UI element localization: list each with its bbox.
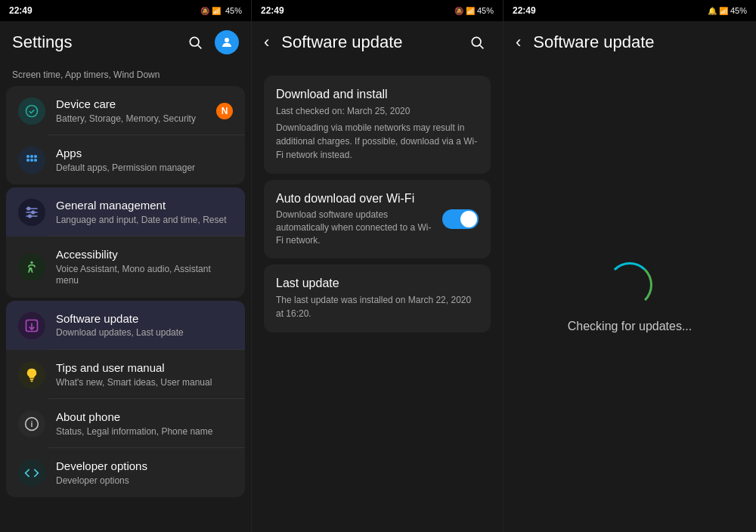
auto-download-desc: Download software updates automatically …	[276, 209, 433, 246]
settings-item-software-update[interactable]: Software update Download updates, Last u…	[6, 301, 245, 350]
software-subtitle: Download updates, Last update	[56, 327, 233, 339]
back-button-3[interactable]: ‹	[516, 32, 521, 52]
svg-point-5	[30, 155, 33, 158]
settings-header: Settings	[0, 21, 251, 63]
about-icon: i	[18, 410, 45, 438]
avatar[interactable]	[215, 30, 239, 54]
toggle-knob	[460, 211, 477, 227]
checking-header: ‹ Software update	[503, 21, 756, 63]
checking-title: Software update	[533, 32, 744, 52]
download-desc2: Downloading via mobile networks may resu…	[276, 121, 479, 162]
developer-subtitle: Developer options	[56, 475, 233, 487]
settings-item-general[interactable]: General management Language and input, D…	[6, 187, 245, 237]
svg-point-2	[225, 38, 229, 42]
tips-icon	[18, 361, 45, 388]
svg-point-0	[190, 37, 199, 46]
last-update-title: Last update	[276, 277, 479, 290]
auto-download-title: Auto download over Wi-Fi	[276, 192, 433, 206]
software-update-panel: 22:49 🔕 📶 45% ‹ Software update Download…	[252, 0, 503, 532]
accessibility-subtitle: Voice Assistant, Mono audio, Assistant m…	[56, 264, 233, 287]
battery-text-1: 45%	[225, 6, 242, 15]
settings-item-accessibility[interactable]: Accessibility Voice Assistant, Mono audi…	[6, 237, 245, 298]
status-bar-1: 22:49 🔕 📶 45%	[0, 0, 251, 21]
apps-icon	[18, 147, 45, 174]
section-hint: Screen time, App timers, Wind Down	[0, 63, 251, 83]
last-update-section: Last update The last update was installe…	[264, 264, 491, 332]
svg-point-4	[26, 155, 29, 158]
download-install-item[interactable]: Download and install Last checked on: Ma…	[264, 76, 491, 174]
download-section: Download and install Last checked on: Ma…	[264, 76, 491, 174]
svg-point-22	[472, 37, 481, 46]
software-update-icon	[18, 312, 45, 339]
notification-icon: 🔕	[200, 7, 209, 15]
status-icons-3: 🔔 📶 45%	[708, 6, 747, 15]
signal-icon-2: 📶	[466, 7, 475, 15]
svg-point-3	[26, 105, 38, 116]
signal-icon: 📶	[212, 7, 221, 15]
device-care-title: Device care	[56, 97, 216, 112]
battery-text-2: 45%	[477, 6, 494, 15]
status-icons-2: 🔕 📶 45%	[454, 6, 494, 15]
about-title: About phone	[56, 410, 233, 425]
status-bar-3: 22:49 🔔 📶 45%	[503, 0, 756, 21]
svg-rect-18	[30, 379, 34, 380]
download-title: Download and install	[276, 88, 479, 101]
battery-text-3: 45%	[730, 6, 747, 15]
svg-point-8	[30, 159, 33, 162]
status-time-2: 22:49	[261, 5, 284, 16]
last-update-desc: The last update was installed on March 2…	[276, 293, 479, 320]
download-desc1: Last checked on: March 25, 2020	[276, 104, 479, 118]
tips-title: Tips and user manual	[56, 360, 233, 376]
svg-point-15	[29, 215, 31, 217]
general-title: General management	[56, 198, 233, 213]
status-bar-2: 22:49 🔕 📶 45%	[252, 0, 503, 21]
apps-title: Apps	[56, 146, 233, 161]
settings-item-developer[interactable]: Developer options Developer options	[6, 448, 245, 497]
settings-item-tips[interactable]: Tips and user manual What's new, Smart i…	[6, 350, 245, 399]
svg-point-6	[34, 155, 37, 158]
notification-icon-2: 🔕	[454, 7, 463, 15]
accessibility-title: Accessibility	[56, 247, 233, 262]
svg-point-7	[26, 159, 29, 162]
svg-point-16	[30, 261, 33, 263]
search-button-2[interactable]	[463, 29, 491, 56]
settings-group-1: Device care Battery, Storage, Memory, Se…	[6, 86, 245, 184]
svg-point-13	[27, 207, 29, 209]
back-button-2[interactable]: ‹	[264, 32, 269, 52]
settings-item-apps[interactable]: Apps Default apps, Permission manager	[6, 135, 245, 184]
svg-point-9	[34, 159, 37, 162]
device-care-icon	[18, 97, 45, 125]
software-update-content: Download and install Last checked on: Ma…	[252, 63, 503, 532]
status-time-3: 22:49	[513, 5, 536, 16]
settings-item-device-care[interactable]: Device care Battery, Storage, Memory, Se…	[6, 86, 245, 135]
checking-text: Checking for updates...	[568, 320, 692, 333]
apps-subtitle: Default apps, Permission manager	[56, 162, 233, 175]
auto-download-row[interactable]: Auto download over Wi-Fi Download softwa…	[264, 180, 491, 258]
svg-text:i: i	[30, 419, 33, 428]
software-update-title: Software update	[281, 32, 457, 52]
spinner-arc	[607, 262, 652, 308]
device-care-subtitle: Battery, Storage, Memory, Security	[56, 113, 216, 125]
developer-title: Developer options	[56, 459, 233, 474]
settings-item-about[interactable]: i About phone Status, Legal information,…	[6, 399, 245, 448]
checking-container: Checking for updates...	[503, 63, 756, 532]
svg-rect-19	[30, 380, 33, 382]
accessibility-icon	[18, 254, 45, 281]
device-care-badge: N	[216, 103, 233, 119]
svg-point-14	[32, 211, 34, 213]
auto-download-toggle[interactable]	[442, 209, 479, 229]
general-subtitle: Language and input, Date and time, Reset	[56, 215, 233, 227]
settings-group-2: General management Language and input, D…	[6, 187, 245, 298]
checking-updates-panel: 22:49 🔔 📶 45% ‹ Software update Checking…	[503, 0, 756, 532]
loading-spinner	[607, 262, 652, 308]
last-update-item[interactable]: Last update The last update was installe…	[264, 264, 491, 332]
about-subtitle: Status, Legal information, Phone name	[56, 426, 233, 438]
search-button[interactable]	[181, 29, 209, 56]
svg-line-1	[198, 45, 202, 49]
general-icon	[18, 199, 45, 226]
svg-line-23	[480, 45, 484, 49]
settings-group-3: Software update Download updates, Last u…	[6, 301, 245, 497]
software-update-header: ‹ Software update	[252, 21, 503, 63]
signal-icon-3: 📶	[719, 7, 728, 15]
developer-icon	[18, 459, 45, 487]
